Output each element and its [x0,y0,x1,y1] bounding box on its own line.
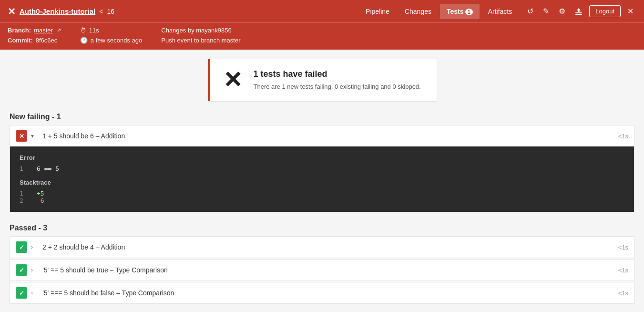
error-code: 6 == 5 [37,165,59,172]
chevron-down-icon: ▾ [31,133,39,139]
summary-description: There are 1 new tests failing, 0 existin… [254,82,421,92]
stack-line-num-1: 1 [20,190,29,197]
stacktrace-line-2: 2 -6 [20,197,624,204]
nav-artifacts[interactable]: Artifacts [481,4,519,19]
pass-status-box-1: ✓ [16,241,27,253]
passing-test-name-1: 2 + 2 should be 4 – Addition [42,243,614,251]
error-line-1: 1 6 == 5 [20,165,624,172]
passing-test-row-2: ✓ › '5' == 5 should be true – Type Compa… [10,259,634,281]
header-left: ✕ Auth0-Jenkins-tutorial < 16 [8,6,353,17]
passed-section-gap: Passed - 3 ✓ › 2 + 2 should be 4 – Addit… [10,224,634,304]
branch-item: Branch: master ↗ [8,27,61,34]
duration-item: ⏱ 11s [80,27,142,34]
logout-button[interactable]: Logout [589,5,621,17]
passing-test-header-2[interactable]: ✓ › '5' == 5 should be true – Type Compa… [10,260,634,281]
passing-test-duration-2: <1s [618,267,628,274]
meta-changes: Changes by mayank9856 Push event to bran… [161,27,240,44]
stack-code-remove: -6 [37,197,44,204]
clock-icon: ⏱ [80,27,86,34]
failing-test-row: ✕ ▾ 1 + 5 should be 6 – Addition <1s Err… [10,125,634,212]
stack-line-num-2: 2 [20,197,29,204]
reload-button[interactable]: ↺ [524,5,536,18]
meta-branch-commit: Branch: master ↗ Commit: 8f6c6ec [8,27,61,44]
passing-test-row-1: ✓ › 2 + 2 should be 4 – Addition <1s [10,236,634,258]
passing-test-header-3[interactable]: ✓ › '5' === 5 should be false – Type Com… [10,282,634,303]
changes-by-value: Changes by mayank9856 [161,27,231,34]
passing-section-heading: Passed - 3 [10,224,634,232]
window-close-button[interactable]: ✕ [624,5,636,18]
time-ago-value: a few seconds ago [91,37,142,44]
sub-header: Branch: master ↗ Commit: 8f6c6ec ⏱ 11s 🕐… [0,22,644,50]
failing-test-name: 1 + 5 should be 6 – Addition [42,132,614,140]
failing-test-duration: <1s [618,133,628,140]
job-title-link[interactable]: Auth0-Jenkins-tutorial [20,7,95,15]
time-icon: 🕐 [80,37,88,44]
passing-test-name-2: '5' == 5 should be true – Type Compariso… [42,266,614,274]
passing-test-name-3: '5' === 5 should be false – Type Compari… [42,289,614,297]
meta-time: ⏱ 11s 🕐 a few seconds ago [80,27,142,44]
branch-label: Branch: [8,27,31,34]
export-icon [575,8,583,15]
commit-value: 8f6c6ec [36,37,58,44]
push-event-value: Push event to branch master [161,37,240,44]
edit-button[interactable]: ✎ [540,5,552,18]
fail-status-box: ✕ [16,130,27,142]
nav-tests-badge: 1 [465,9,473,15]
summary-title: 1 tests have failed [254,69,421,79]
export-button[interactable] [572,6,585,17]
header-nav: Pipeline Changes Tests1 Artifacts [359,4,519,19]
error-line-num: 1 [20,165,29,172]
svg-rect-0 [575,12,582,13]
error-section: Error 1 6 == 5 Stacktrace 1 +5 2 -6 [10,146,634,212]
pass-status-box-2: ✓ [16,264,27,276]
time-ago-item: 🕐 a few seconds ago [80,37,142,44]
branch-value[interactable]: master [34,27,53,34]
commit-item: Commit: 8f6c6ec [8,37,61,44]
chevron-right-icon-2: › [31,267,39,273]
settings-button[interactable]: ⚙ [556,5,568,18]
stack-code-add: +5 [37,190,44,197]
nav-tests-label: Tests [447,8,464,15]
summary-fail-icon: ✕ [223,69,242,92]
changes-by-item: Changes by mayank9856 [161,27,240,34]
build-number: 16 [107,8,114,15]
passing-test-duration-1: <1s [618,244,628,251]
svg-rect-1 [575,14,582,15]
failing-section-heading: New failing - 1 [10,113,634,121]
stacktrace-line-1: 1 +5 [20,190,624,197]
nav-changes[interactable]: Changes [398,4,438,19]
nav-tests[interactable]: Tests1 [440,4,480,19]
error-label: Error [20,154,624,161]
push-event-item: Push event to branch master [161,37,240,44]
header-icons: ↺ ✎ ⚙ Logout ✕ [524,5,636,18]
separator: < [99,8,103,15]
passing-test-duration-3: <1s [618,290,628,297]
chevron-right-icon-1: › [31,244,39,250]
passing-test-row-3: ✓ › '5' === 5 should be false – Type Com… [10,282,634,304]
nav-pipeline[interactable]: Pipeline [359,4,396,19]
header-close-icon[interactable]: ✕ [8,6,16,17]
external-link-icon: ↗ [57,27,61,33]
commit-label: Commit: [8,37,33,44]
failing-test-row-header[interactable]: ✕ ▾ 1 + 5 should be 6 – Addition <1s [10,125,634,146]
passing-test-header-1[interactable]: ✓ › 2 + 2 should be 4 – Addition <1s [10,237,634,258]
stacktrace-label: Stacktrace [20,179,624,186]
summary-text: 1 tests have failed There are 1 new test… [254,69,421,92]
pass-status-box-3: ✓ [16,287,27,299]
header: ✕ Auth0-Jenkins-tutorial < 16 Pipeline C… [0,0,644,22]
chevron-right-icon-3: › [31,290,39,296]
duration-value: 11s [89,27,99,34]
summary-card: ✕ 1 tests have failed There are 1 new te… [208,59,437,101]
main-content: ✕ 1 tests have failed There are 1 new te… [0,50,644,312]
